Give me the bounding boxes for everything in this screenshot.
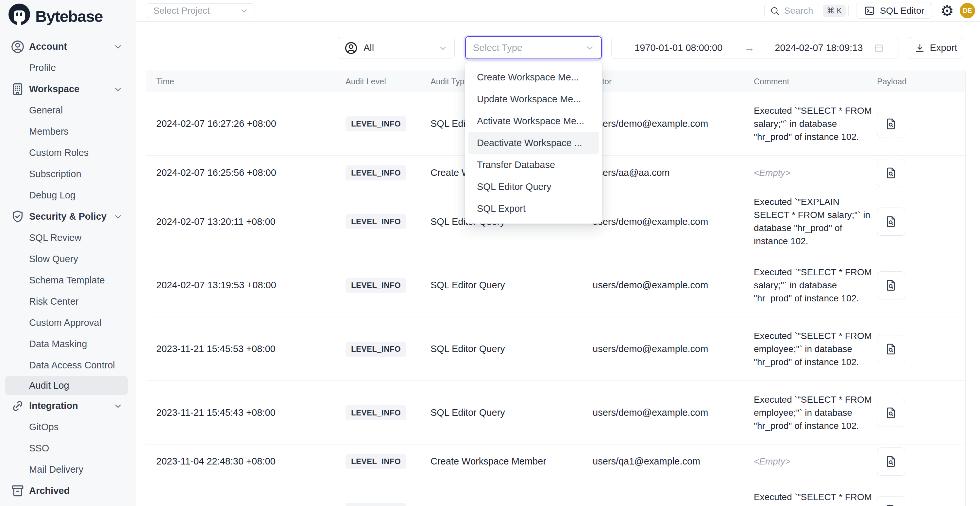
search-input[interactable]: [784, 5, 819, 16]
cell-type: SQL Editor Query: [431, 317, 505, 380]
cell-comment: Executed `"SELECT * FROM salary;"` in da…: [754, 253, 875, 317]
table-row: 2023-11-04 01:06:24 +08:00 LEVEL_INFO SQ…: [146, 478, 965, 506]
sidebar-item-debug-log[interactable]: Debug Log: [0, 185, 136, 206]
sidebar-group-account[interactable]: Account: [0, 36, 136, 57]
payload-view-button[interactable]: [877, 110, 905, 138]
sidebar-nav: Account Profile Workspace General Member…: [0, 36, 136, 501]
cell-actor: users/demo@example.com: [593, 92, 708, 155]
link-icon: [10, 398, 25, 414]
sidebar-group-integration[interactable]: Integration: [0, 395, 136, 417]
sidebar-item-data-masking[interactable]: Data Masking: [0, 333, 136, 355]
settings-gear-icon[interactable]: ⚙: [940, 3, 954, 18]
cell-type: Create Workspace Member: [431, 445, 546, 478]
file-search-icon: [884, 503, 898, 506]
payload-view-button[interactable]: [877, 496, 905, 506]
file-search-icon: [884, 117, 898, 131]
bytebase-app: Bytebase Account Profile Workspace: [0, 0, 980, 506]
date-start[interactable]: 1970-01-01 08:00:00: [635, 43, 722, 53]
menu-item-update-workspace-member[interactable]: Update Workspace Me...: [468, 88, 599, 110]
chevron-down-icon: [113, 42, 123, 52]
sidebar-item-schema-template[interactable]: Schema Template: [0, 270, 136, 291]
menu-item-create-workspace-member[interactable]: Create Workspace Me...: [468, 66, 599, 88]
cell-time: 2024-02-07 16:25:56 +08:00: [156, 156, 276, 190]
file-search-icon: [884, 406, 898, 420]
sidebar-item-audit-log[interactable]: Audit Log: [5, 376, 128, 395]
export-button[interactable]: Export: [909, 37, 963, 59]
chevron-down-icon: [113, 84, 123, 94]
project-select[interactable]: Select Project: [146, 3, 255, 18]
sidebar-item-general[interactable]: General: [0, 100, 136, 121]
table-row: 2023-11-04 22:48:30 +08:00 LEVEL_INFO Cr…: [146, 445, 965, 478]
sidebar-item-risk-center[interactable]: Risk Center: [0, 291, 136, 312]
actor-filter-select[interactable]: All: [338, 37, 455, 59]
user-circle-icon: [10, 39, 25, 54]
sidebar-item-subscription[interactable]: Subscription: [0, 164, 136, 185]
cell-time: 2023-11-21 15:45:53 +08:00: [156, 317, 275, 380]
payload-view-button[interactable]: [877, 271, 905, 299]
sidebar-item-sql-review[interactable]: SQL Review: [0, 227, 136, 248]
level-badge: LEVEL_INFO: [345, 116, 406, 131]
sidebar-item-custom-roles[interactable]: Custom Roles: [0, 142, 136, 164]
cell-actor: users/qa1@example.com: [593, 445, 700, 478]
cell-actor: users/demo@example.com: [593, 478, 708, 506]
payload-view-button[interactable]: [877, 399, 905, 427]
sidebar-item-mail-delivery[interactable]: Mail Delivery: [0, 459, 136, 480]
cell-level: LEVEL_INFO: [345, 381, 406, 444]
column-header-type: Audit Type: [431, 71, 469, 92]
file-search-icon: [884, 166, 898, 180]
sidebar-item-sso[interactable]: SSO: [0, 438, 136, 459]
menu-item-transfer-database[interactable]: Transfer Database: [468, 154, 599, 176]
sidebar-item-archived[interactable]: Archived: [0, 480, 136, 501]
menu-item-sql-editor-query[interactable]: SQL Editor Query: [468, 176, 599, 198]
type-filter-menu: Create Workspace Me... Update Workspace …: [465, 62, 602, 224]
cell-comment: <Empty>: [754, 445, 875, 478]
sidebar-item-profile[interactable]: Profile: [0, 57, 136, 78]
sidebar-item-custom-approval[interactable]: Custom Approval: [0, 312, 136, 333]
search-box[interactable]: ⌘ K: [764, 3, 849, 18]
sql-editor-button[interactable]: SQL Editor: [856, 3, 932, 19]
arrow-right-icon: →: [744, 42, 754, 54]
payload-view-button[interactable]: [877, 159, 905, 187]
cell-time: 2023-11-21 15:45:43 +08:00: [156, 381, 275, 444]
avatar[interactable]: DE: [960, 3, 975, 18]
payload-view-button[interactable]: [877, 208, 905, 235]
cell-time: 2024-02-07 13:19:53 +08:00: [156, 253, 276, 317]
cell-payload: [877, 317, 905, 380]
sidebar-item-data-access-control[interactable]: Data Access Control: [0, 355, 136, 376]
calendar-icon: [873, 43, 885, 54]
file-search-icon: [884, 278, 898, 292]
cell-actor: users/aa@aa.com: [593, 156, 670, 190]
menu-item-sql-export[interactable]: SQL Export: [468, 198, 599, 220]
cell-comment: <Empty>: [754, 156, 875, 190]
chevron-down-icon: [113, 401, 123, 411]
sidebar-group-security-policy[interactable]: Security & Policy: [0, 206, 136, 227]
menu-item-deactivate-workspace-member[interactable]: Deactivate Workspace ...: [468, 132, 599, 154]
sidebar-item-gitops[interactable]: GitOps: [0, 417, 136, 438]
date-end[interactable]: 2024-02-07 18:09:13: [775, 43, 863, 53]
search-icon: [770, 6, 780, 16]
brand[interactable]: Bytebase: [0, 0, 136, 31]
column-header-comment: Comment: [754, 71, 789, 92]
building-icon: [10, 82, 25, 97]
file-search-icon: [884, 455, 898, 468]
search-shortcut-kbd: ⌘ K: [823, 5, 846, 17]
date-range-picker[interactable]: 1970-01-01 08:00:00 → 2024-02-07 18:09:1…: [611, 37, 899, 59]
payload-view-button[interactable]: [877, 447, 905, 476]
cell-actor: users/demo@example.com: [593, 190, 708, 253]
cell-comment: Executed `"SELECT * FROM employee;"` in …: [754, 317, 875, 380]
sidebar-item-members[interactable]: Members: [0, 121, 136, 142]
cell-level: LEVEL_INFO: [345, 478, 406, 506]
menu-item-activate-workspace-member[interactable]: Activate Workspace Me...: [468, 110, 599, 132]
sidebar-item-slow-query[interactable]: Slow Query: [0, 248, 136, 270]
type-filter-select[interactable]: Select Type: [465, 36, 602, 59]
cell-actor: users/demo@example.com: [593, 317, 708, 380]
sidebar-group-workspace[interactable]: Workspace: [0, 78, 136, 100]
chevron-down-icon: [585, 43, 595, 53]
chevron-down-icon: [438, 43, 448, 53]
cell-comment: Executed `"SELECT * FROM salary;"` in da…: [754, 92, 875, 155]
level-badge: LEVEL_INFO: [345, 278, 406, 293]
cell-comment: Executed `"SELECT * FROM employee;"` in …: [754, 381, 875, 444]
archive-icon: [10, 484, 25, 498]
cell-type: SQL Editor Query: [431, 381, 505, 444]
payload-view-button[interactable]: [877, 335, 905, 363]
